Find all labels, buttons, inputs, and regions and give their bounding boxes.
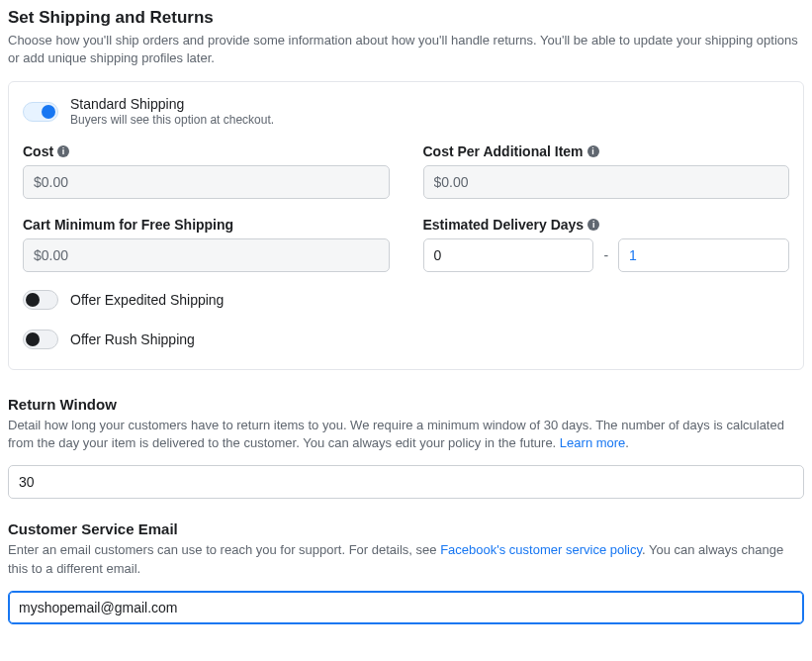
page-title: Set Shipping and Returns xyxy=(8,8,804,28)
cost-per-additional-input[interactable] xyxy=(423,165,790,199)
expedited-shipping-label: Offer Expedited Shipping xyxy=(70,292,224,308)
return-window-input[interactable] xyxy=(8,465,804,499)
info-icon[interactable]: i xyxy=(587,145,599,157)
page-description: Choose how you'll ship orders and provid… xyxy=(8,32,804,67)
cart-min-input[interactable] xyxy=(23,238,390,272)
info-icon[interactable]: i xyxy=(57,145,69,157)
customer-email-input[interactable] xyxy=(8,591,804,624)
cart-min-label: Cart Minimum for Free Shipping xyxy=(23,217,390,233)
customer-service-policy-link[interactable]: Facebook's customer service policy xyxy=(440,542,642,557)
customer-email-desc: Enter an email customers can use to reac… xyxy=(8,541,804,579)
customer-email-title: Customer Service Email xyxy=(8,520,804,537)
info-icon[interactable]: i xyxy=(587,219,599,231)
delivery-from-input[interactable] xyxy=(423,238,594,272)
learn-more-link[interactable]: Learn more xyxy=(560,435,625,450)
delivery-days-label: Estimated Delivery Days i xyxy=(423,217,790,233)
cost-per-additional-label: Cost Per Additional Item i xyxy=(423,143,790,159)
cost-label: Cost i xyxy=(23,143,390,159)
expedited-shipping-toggle[interactable] xyxy=(23,290,58,310)
standard-shipping-sub: Buyers will see this option at checkout. xyxy=(70,113,274,127)
rush-shipping-label: Offer Rush Shipping xyxy=(70,331,195,347)
standard-shipping-label: Standard Shipping xyxy=(70,96,274,113)
standard-shipping-toggle[interactable] xyxy=(23,102,58,122)
range-separator: - xyxy=(603,247,608,263)
rush-shipping-toggle[interactable] xyxy=(23,330,58,349)
return-window-title: Return Window xyxy=(8,396,804,413)
return-window-desc: Detail how long your customers have to r… xyxy=(8,417,804,454)
cost-input[interactable] xyxy=(23,165,390,199)
delivery-to-input[interactable] xyxy=(618,238,789,272)
shipping-card: Standard Shipping Buyers will see this o… xyxy=(8,81,804,369)
